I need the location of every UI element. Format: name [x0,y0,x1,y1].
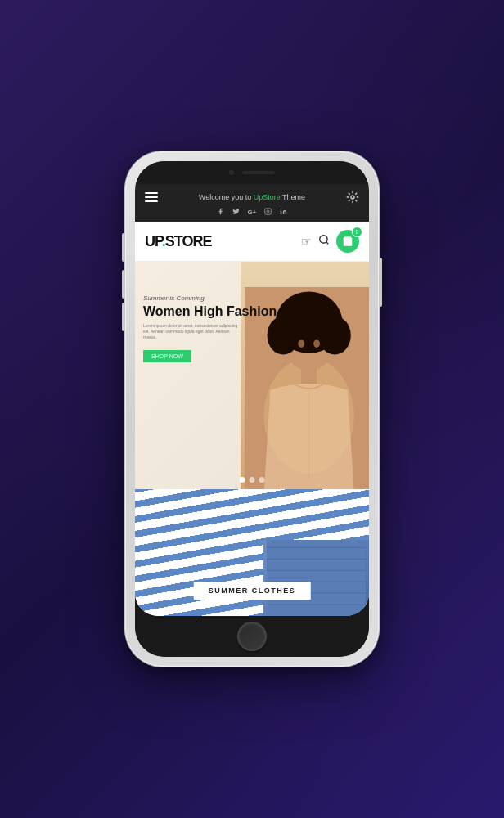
logo-dot: . [162,233,165,249]
hero-title: Women High Fashion [143,304,277,319]
slide-dot-1[interactable] [240,477,245,483]
home-button[interactable] [237,622,267,651]
camera-dot [229,170,234,175]
hero-slide-dots [240,477,265,483]
cursor-icon: ☞ [301,235,312,248]
hero-description: Lorem ipsum dolor sit amet, consectetuer… [143,323,241,340]
cart-button[interactable]: 0 [336,230,359,253]
store-logo: UP.STORE [145,233,211,250]
search-icon[interactable] [318,234,330,249]
cart-icon [342,236,353,247]
svg-rect-1 [265,209,272,215]
speaker-bar [242,171,275,174]
svg-point-12 [298,339,304,347]
gear-icon[interactable] [346,191,359,204]
cart-badge: 0 [352,227,362,237]
header-icons: ☞ 0 [301,230,359,253]
slide-dot-2[interactable] [250,477,255,483]
hamburger-menu[interactable] [145,192,158,202]
denim-area [263,540,369,616]
svg-point-13 [313,339,320,347]
hero-banner: Summer is Comming Women High Fashion Lor… [135,262,369,489]
hero-shop-button[interactable]: SHOP NOW [143,350,191,362]
linkedin-icon[interactable] [280,208,287,217]
store-header: UP.STORE ☞ [135,222,369,262]
phone-screen: Welcome you to UpStore Theme [135,184,369,616]
denim-svg [263,540,369,616]
slide-dot-3[interactable] [259,477,265,483]
googleplus-icon[interactable]: G+ [248,209,257,216]
phone-top-bar [135,161,369,184]
nav-row-main: Welcome you to UpStore Theme [145,191,359,204]
social-links-row: G+ [145,208,359,217]
brand-name: UpStore [254,193,281,201]
twitter-icon[interactable] [232,208,240,217]
cart-count: 0 [356,229,359,235]
phone-bottom [135,616,369,657]
svg-point-4 [320,236,327,243]
phone-inner: Welcome you to UpStore Theme [135,161,369,657]
facebook-icon[interactable] [217,208,224,217]
svg-point-11 [318,316,350,354]
hero-text-area: Summer is Comming Women High Fashion Lor… [143,294,277,362]
svg-point-3 [281,209,282,210]
welcome-suffix: Theme [281,193,305,201]
welcome-prefix: Welcome you to [199,193,254,201]
svg-rect-14 [301,367,317,384]
nav-welcome-text: Welcome you to UpStore Theme [158,193,346,201]
hero-subtitle: Summer is Comming [143,294,277,302]
top-nav-bar: Welcome you to UpStore Theme [135,184,369,222]
instagram-icon[interactable] [264,208,272,217]
summer-clothes-label: SUMMER CLOTHES [194,582,311,600]
phone-mockup: Welcome you to UpStore Theme [125,151,379,667]
svg-point-0 [351,196,354,199]
summer-section: SUMMER CLOTHES [135,489,369,616]
